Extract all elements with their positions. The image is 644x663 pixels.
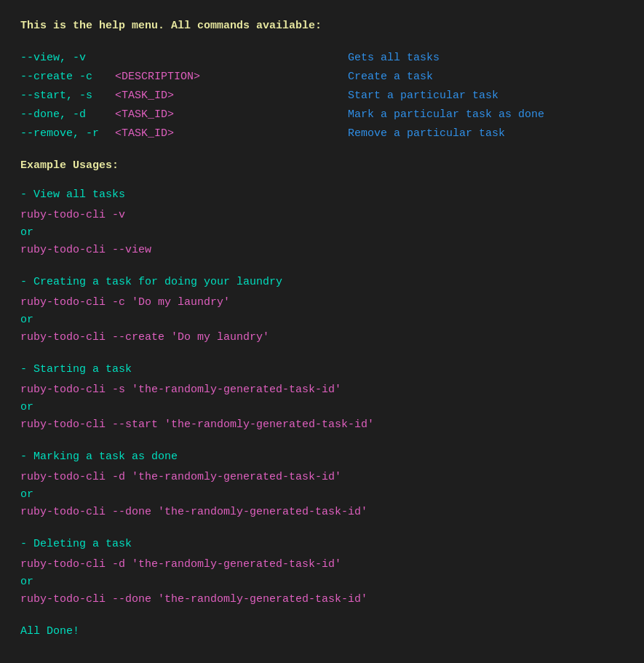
command-flag: --done, -d <box>20 106 115 124</box>
help-header: This is the help menu. All commands avai… <box>20 17 624 35</box>
example-code: ruby-todo-cli --done 'the-randomly-gener… <box>20 591 624 608</box>
example-section: - Creating a task for doing your laundry… <box>20 274 624 346</box>
example-or: or <box>20 224 624 242</box>
command-arg: <TASK_ID> <box>115 125 231 143</box>
example-or: or <box>20 486 624 504</box>
command-row: --done, -d<TASK_ID>Mark a particular tas… <box>20 106 624 124</box>
example-code: ruby-todo-cli --done 'the-randomly-gener… <box>20 504 624 521</box>
command-row: --create -c<DESCRIPTION>Create a task <box>20 68 624 86</box>
example-code: ruby-todo-cli -d 'the-randomly-generated… <box>20 556 624 573</box>
example-section: - Deleting a taskruby-todo-cli -d 'the-r… <box>20 536 624 608</box>
command-row: --view, -vGets all tasks <box>20 49 624 67</box>
example-code: ruby-todo-cli -d 'the-randomly-generated… <box>20 469 624 486</box>
command-row: --start, -s<TASK_ID>Start a particular t… <box>20 87 624 105</box>
example-or: or <box>20 573 624 591</box>
terminal-window: This is the help menu. All commands avai… <box>20 17 624 640</box>
command-arg: <DESCRIPTION> <box>115 68 231 86</box>
example-title: - Deleting a task <box>20 536 624 553</box>
command-flag: --start, -s <box>20 87 115 105</box>
example-title: - View all tasks <box>20 186 624 204</box>
command-flag: --view, -v <box>20 49 115 67</box>
command-description: Mark a particular task as done <box>348 106 544 124</box>
command-arg: <TASK_ID> <box>115 87 231 105</box>
example-section: - Marking a task as doneruby-todo-cli -d… <box>20 448 624 521</box>
example-title: - Starting a task <box>20 361 624 378</box>
example-code: ruby-todo-cli -s 'the-randomly-generated… <box>20 381 624 399</box>
command-description: Create a task <box>348 68 433 86</box>
example-section: - View all tasksruby-todo-cli -vorruby-t… <box>20 186 624 259</box>
example-code: ruby-todo-cli --view <box>20 242 624 259</box>
command-flag: --create -c <box>20 68 115 86</box>
commands-table: --view, -vGets all tasks--create -c<DESC… <box>20 49 624 143</box>
example-or: or <box>20 311 624 329</box>
example-code: ruby-todo-cli -v <box>20 207 624 224</box>
example-code: ruby-todo-cli --create 'Do my laundry' <box>20 329 624 346</box>
examples-container: - View all tasksruby-todo-cli -vorruby-t… <box>20 186 624 608</box>
examples-header: Example Usages: <box>20 157 624 175</box>
example-section: - Starting a taskruby-todo-cli -s 'the-r… <box>20 361 624 434</box>
example-code: ruby-todo-cli -c 'Do my laundry' <box>20 294 624 311</box>
command-description: Gets all tasks <box>348 49 440 67</box>
command-description: Start a particular task <box>348 87 498 105</box>
example-title: - Creating a task for doing your laundry <box>20 274 624 291</box>
command-flag: --remove, -r <box>20 125 115 143</box>
all-done-message: All Done! <box>20 623 624 640</box>
example-code: ruby-todo-cli --start 'the-randomly-gene… <box>20 416 624 434</box>
command-arg: <TASK_ID> <box>115 106 231 124</box>
command-row: --remove, -r<TASK_ID>Remove a particular… <box>20 125 624 143</box>
example-or: or <box>20 399 624 416</box>
command-description: Remove a particular task <box>348 125 505 143</box>
example-title: - Marking a task as done <box>20 448 624 466</box>
